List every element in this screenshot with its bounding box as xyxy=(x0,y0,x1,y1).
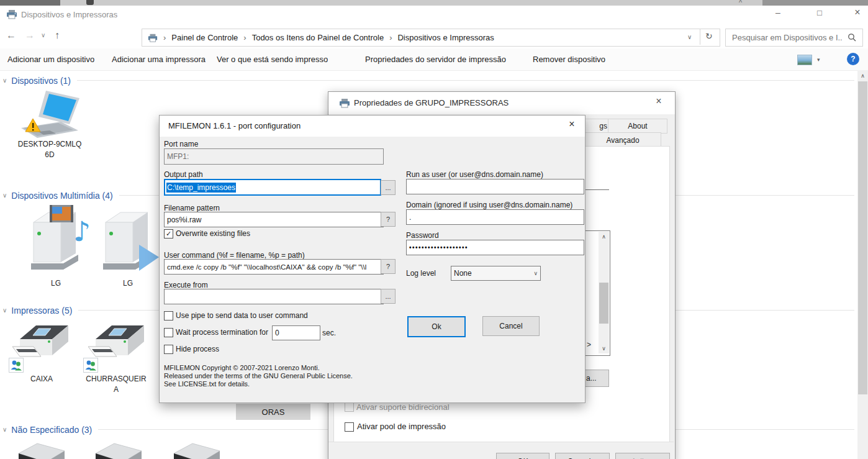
hide-process-checkbox[interactable] xyxy=(164,345,173,354)
scrollbar-down-icon[interactable]: ∨ xyxy=(599,343,609,353)
minimize-button[interactable]: – xyxy=(769,7,787,17)
printer-pooling-checkbox[interactable] xyxy=(345,422,354,432)
view-caret-icon: ▾ xyxy=(817,57,820,63)
section-title: Não Especificado (3) xyxy=(11,425,92,435)
search-box[interactable]: Pesquisar em Dispositivos e I... xyxy=(725,29,863,47)
output-path-label: Output path xyxy=(164,170,203,179)
tab-label: gs xyxy=(599,122,607,130)
execute-from-browse-button[interactable]: ... xyxy=(381,289,396,304)
chevron-down-icon[interactable]: ∨ xyxy=(2,426,7,433)
overwrite-checkbox[interactable]: ✓ xyxy=(164,229,173,239)
command-toolbar: Adicionar um dispositivo Adicionar uma i… xyxy=(0,48,868,71)
maximize-button[interactable]: □ xyxy=(810,8,829,17)
up-button[interactable]: ↑ xyxy=(55,30,60,41)
mfilemon-ok-button[interactable]: Ok xyxy=(407,316,466,337)
toolbar-add-printer[interactable]: Adicionar uma impressora xyxy=(112,55,206,64)
forward-button[interactable]: → xyxy=(25,30,35,41)
output-path-browse-button[interactable]: ... xyxy=(381,180,396,195)
address-dropdown[interactable]: ∨ xyxy=(687,34,692,40)
filename-pattern-help-button[interactable]: ? xyxy=(381,212,396,227)
filename-pattern-input[interactable]: pos%i.raw xyxy=(164,212,384,227)
bidirectional-checkbox[interactable] xyxy=(345,402,354,412)
breadcrumb-item-todos-itens[interactable]: Todos os Itens do Painel de Controle xyxy=(252,33,384,42)
address-row: ← → ∨ ↑ › Painel de Controle › Todos os … xyxy=(0,25,868,48)
scrollbar-up-icon[interactable]: ∧ xyxy=(599,232,609,242)
breadcrumb-chevron-icon[interactable]: › xyxy=(243,33,246,42)
breadcrumb-chevron-icon[interactable]: › xyxy=(389,33,392,42)
device-item-lg-2[interactable]: LG xyxy=(94,204,161,292)
content-scrollbar[interactable]: ∧ xyxy=(857,70,868,459)
music-note-glyph: ♪ xyxy=(73,216,89,247)
ok-label: Ok xyxy=(432,322,441,331)
mfilemon-cancel-button[interactable]: Cancel xyxy=(482,316,540,336)
selected-device-label[interactable]: ORAS xyxy=(236,404,310,420)
toolbar-print-server-properties[interactable]: Propriedades do servidor de impressão xyxy=(365,55,506,64)
ok-button[interactable]: OK xyxy=(496,453,549,459)
chevron-down-icon[interactable]: ∨ xyxy=(2,307,7,314)
wait-process-checkbox[interactable] xyxy=(164,328,173,337)
tab-avancado[interactable]: Avançado xyxy=(584,132,661,147)
search-icon[interactable] xyxy=(848,33,856,42)
section-rule xyxy=(77,80,854,81)
browse-label: ... xyxy=(385,293,391,300)
output-path-input[interactable]: C:\temp_impressoes xyxy=(164,179,381,196)
cancel-label: Cancel xyxy=(499,322,522,330)
cancel-button[interactable]: Cancelar xyxy=(555,453,610,459)
recent-locations-dropdown[interactable]: ∨ xyxy=(41,32,45,39)
refresh-button[interactable]: ↻ xyxy=(705,31,713,41)
listbox-scrollbar[interactable]: ∧ ∨ xyxy=(599,232,609,353)
laptop-icon xyxy=(20,91,82,140)
scrollbar-thumb[interactable] xyxy=(858,81,867,394)
tab-about[interactable]: About xyxy=(608,119,667,134)
address-bar[interactable]: › Painel de Controle › Todos os Itens do… xyxy=(142,29,720,47)
unspecified-device-icon[interactable] xyxy=(173,441,221,459)
apply-button[interactable]: Aplicar xyxy=(615,453,670,459)
close-icon[interactable]: × xyxy=(563,119,581,130)
background-window-icon xyxy=(86,0,94,5)
run-as-user-input[interactable] xyxy=(406,179,584,194)
help-button[interactable]: ? xyxy=(847,53,859,65)
view-options-button[interactable]: ▾ xyxy=(797,54,825,65)
output-path-value: C:\temp_impressoes xyxy=(166,183,236,193)
breadcrumb-chevron-icon[interactable]: › xyxy=(163,33,166,42)
back-button[interactable]: ← xyxy=(6,30,16,41)
execute-from-input[interactable] xyxy=(164,289,384,304)
close-icon[interactable]: × xyxy=(650,96,667,107)
breadcrumb-item-dispositivos[interactable]: Dispositivos e Impressoras xyxy=(397,33,494,42)
toolbar-view-printing[interactable]: Ver o que está sendo impresso xyxy=(217,55,328,64)
toolbar-add-device[interactable]: Adicionar um dispositivo xyxy=(7,55,94,64)
device-item-desktop[interactable]: DESKTOP-9CMLQ 6D xyxy=(10,89,89,169)
breadcrumb-item-painel[interactable]: Painel de Controle xyxy=(171,33,238,42)
use-pipe-checkbox[interactable] xyxy=(164,311,173,320)
device-item-lg-1[interactable]: ♪ LG xyxy=(22,204,89,292)
device-item-caixa[interactable]: CAIXA xyxy=(7,319,76,395)
log-level-select[interactable]: None ∨ xyxy=(451,266,541,281)
warning-icon xyxy=(25,118,41,133)
unspecified-device-icon[interactable] xyxy=(94,441,143,459)
user-command-input[interactable]: cmd.exe /c copy /b "%f" "\\localhost\CAI… xyxy=(164,259,384,275)
titlebar: Dispositivos e Impressoras – □ × xyxy=(0,6,868,25)
shared-badge-icon xyxy=(83,358,98,373)
chevron-down-icon[interactable]: ∨ xyxy=(2,77,7,84)
scrollbar-up-icon[interactable]: ∧ xyxy=(857,70,868,81)
port-name-label: Port name xyxy=(164,140,198,148)
domain-value: . xyxy=(409,213,411,222)
domain-input[interactable]: . xyxy=(406,209,584,225)
printer-icon xyxy=(339,98,350,109)
chevron-down-icon[interactable]: ∨ xyxy=(2,192,7,199)
help-label: ? xyxy=(386,216,390,223)
close-button[interactable]: × xyxy=(848,7,867,18)
password-input[interactable]: ••••••••••••••••••• xyxy=(406,240,584,255)
user-command-help-button[interactable]: ? xyxy=(381,259,396,274)
wait-seconds-value: 0 xyxy=(275,329,279,337)
chevron-down-icon: ∨ xyxy=(533,270,538,276)
unspecified-device-icon[interactable] xyxy=(17,441,66,459)
toolbar-remove-device[interactable]: Remover dispositivo xyxy=(533,55,605,64)
device-label-caixa: CAIXA xyxy=(7,374,76,384)
device-item-churrasqueira[interactable]: CHURRASQUEIR A xyxy=(81,319,151,395)
wait-process-label: Wait process termination for xyxy=(176,328,268,337)
search-input[interactable]: Pesquisar em Dispositivos e I... xyxy=(732,33,843,42)
scrollbar-thumb[interactable] xyxy=(599,283,608,324)
wait-seconds-input[interactable]: 0 xyxy=(272,325,320,340)
section-header-dispositivos[interactable]: ∨ Dispositivos (1) xyxy=(2,75,854,86)
